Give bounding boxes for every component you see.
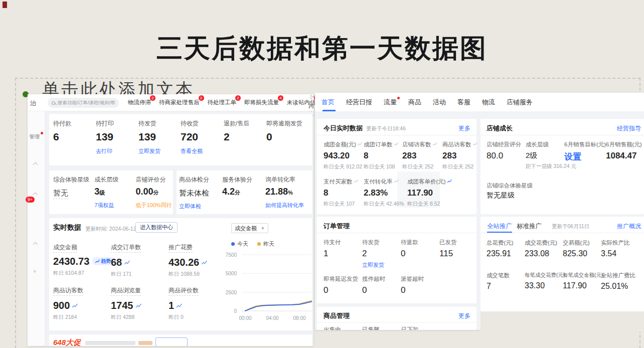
improve-conversion-link[interactable]: 如何提高转化率 <box>265 202 310 209</box>
metric-product-views: 商品浏览量 1745 昨日 4288 <box>111 285 169 321</box>
mini-trend-icon <box>354 178 359 184</box>
metric-delay-shipment: 即将延迟发货 0 <box>324 275 362 295</box>
today-row-2: 支付买家数 8 昨日全天 107 支付转化率 2.83% 昨日全天 42.46%… <box>324 178 452 208</box>
ship-now-link-r[interactable]: 立即发货 <box>362 261 401 269</box>
promo-overview-link[interactable]: 推广概况 <box>617 222 641 231</box>
menu-item-logistics-stalled[interactable]: 物流停滞2 <box>128 99 151 106</box>
legend-yesterday[interactable]: 昨天 <box>257 240 274 248</box>
chevron-down-icon: ▼ <box>261 226 265 231</box>
tab-shop-services[interactable]: 店铺服务 <box>507 93 533 111</box>
tab-traffic[interactable]: 流量 <box>384 93 397 111</box>
tab-service[interactable]: 客服 <box>457 93 470 111</box>
set-target-link[interactable]: 设置 <box>564 151 606 162</box>
orders-row-2: 即将延迟发货 0 揽件超时 0 派签超时 0 <box>324 275 439 295</box>
promo-banner-card: 648大促 <box>49 334 312 346</box>
right-dashboard-content: 今日实时数据 更新于今日18:46 更多 成团金额(元) 943.20 昨日全天… <box>315 111 644 330</box>
ship-now-link[interactable]: 立即发货 <box>138 147 181 155</box>
business-guide-link[interactable]: 经营指导 <box>617 124 641 133</box>
metric-promo-fee-ratio: 全站推广费比 25.01% <box>601 272 641 291</box>
metric-paying-buyers: 支付买家数 8 昨日全天 107 <box>324 178 364 208</box>
check-now-link[interactable]: 立即体检 <box>179 203 222 210</box>
sidebar-red-dot <box>41 132 43 134</box>
metric-transaction-amount: 交易额(元) 825.30 <box>563 239 601 258</box>
view-all-link[interactable]: 查看全额 <box>181 147 224 155</box>
topbar-home-partial: 治 <box>30 99 36 108</box>
metric-product-check: 商品体检分 暂未体检 立即体检 <box>179 176 222 210</box>
metric-group-orders: 成团订单数 8 昨日全天 108 <box>364 141 402 170</box>
metric-gmv: 成交金额 2430.73趋势 昨日 6104.87 <box>53 242 111 278</box>
search-placeholder: 搜索功能/订单/课程/规则/帮助/服务 <box>58 100 115 106</box>
metric-amount-per-deal: 每笔成交金额(元) 117.90 <box>563 272 601 291</box>
trend-icon[interactable] <box>202 256 207 267</box>
metric-product-visitors-r: 商品访客数 283 昨日全天 252 <box>442 141 480 170</box>
tab-products[interactable]: 商品 <box>408 93 421 111</box>
corner-logo-mark <box>3 2 7 8</box>
badge-count: 4 <box>278 95 283 101</box>
menu-item-pending-aftersale[interactable]: 待商家处理售后2 <box>159 99 200 106</box>
order-management-card: 订单管理 待支付 1 待发货 2 立即发货 待退款 0 <box>317 217 476 303</box>
metric-delivery-timeout: 派签超时 0 <box>401 275 439 295</box>
metric-growth-level: 成长层级 3级 7项权益 <box>94 176 135 209</box>
today-card-title: 今日实时数据 <box>324 124 363 133</box>
metric-to-ship: 待发货 139 立即发货 <box>138 119 181 155</box>
trend-icon[interactable] <box>177 299 182 310</box>
tab-logistics[interactable]: 物流 <box>482 93 495 111</box>
today-more-link[interactable]: 更多 <box>458 124 470 133</box>
data-center-button[interactable]: 进入数据中心 <box>135 222 178 233</box>
col-delisted: 已下架 <box>401 326 419 330</box>
products-card-title: 商品管理 <box>324 311 350 320</box>
metric-roi: 实际投产比 3.54 <box>601 239 641 258</box>
menu-item-traffic-loss[interactable]: 即将损失流量4 <box>244 99 279 106</box>
today-realtime-card: 今日实时数据 更新于今日18:46 更多 成团金额(元) 943.20 昨日全天… <box>317 119 476 214</box>
benefits-link[interactable]: 7项权益 <box>94 202 135 209</box>
trend-icon[interactable] <box>136 299 141 310</box>
promotion-row-1: 总花费(元) 235.91 成交花费(元) 233.08 交易额(元) 825.… <box>487 239 641 258</box>
poster-canvas: 三天后数据和第一天数据图 单击此处添加文本 治 搜索功能/订单/课程/规则/帮助… <box>0 0 644 348</box>
mini-trend-icon <box>473 141 477 147</box>
go-print-link[interactable]: 去打印 <box>96 147 138 155</box>
tab-daily-report[interactable]: 经营日报 <box>346 93 372 111</box>
trend-icon[interactable] <box>124 256 130 267</box>
todo-metrics-card: 待付款 6 待打印 139 去打印 待发货 139 立即发货 待收货 <box>49 114 312 165</box>
sidebar-item-manage[interactable]: 管理 <box>29 133 40 140</box>
tab-activities[interactable]: 活动 <box>433 93 446 111</box>
badge-count: 2 <box>199 95 204 101</box>
tab-home[interactable]: 首页 <box>321 93 335 111</box>
metric-shop-visitors: 店铺访客数 283 昨日全天 252 <box>402 141 442 170</box>
metric-shipped: 已发货 115 <box>439 239 474 269</box>
mini-trend-icon-blue <box>447 178 452 184</box>
promo-text-redacted <box>85 341 135 345</box>
products-more-link[interactable]: 更多 <box>458 312 470 320</box>
menu-item-pending-ticket[interactable]: 待处理工单2 <box>208 99 237 106</box>
search-input[interactable]: 搜索功能/订单/课程/规则/帮助/服务 <box>48 98 119 108</box>
promo-text-redacted <box>138 341 152 345</box>
poster-title: 三天后数据和第一天数据图 <box>0 31 644 66</box>
metric-spend-per-deal: 每笔成交花费(元) 33.30 <box>525 272 563 291</box>
below-peers-link[interactable]: 低于100%同行 <box>136 202 174 209</box>
promo-title: 648大促 <box>53 338 81 346</box>
x-tick: 08:00 <box>289 315 309 321</box>
legend-today[interactable]: 今天 <box>231 240 248 248</box>
chart-metric-select[interactable]: 成交金额▼ <box>231 223 268 233</box>
promo-button[interactable] <box>155 337 188 346</box>
growth-row: 店铺经营评分 80.0 成长层级 2级 距下一层级 316.24 元 6月销售目… <box>487 141 644 170</box>
chevron-up-icon[interactable] <box>33 193 38 198</box>
metric-awaiting-shipment: 待发货 2 立即发货 <box>362 239 401 269</box>
left-dashboard-content: 待付款 6 待打印 139 去打印 待发货 139 立即发货 待收货 <box>45 111 313 346</box>
today-card-updated: 更新于今日18:46 <box>366 125 406 132</box>
metric-product-visitors: 商品访客数 900 昨日 2184 <box>53 285 111 321</box>
trend-icon[interactable] <box>72 299 78 310</box>
star-level-value: 暂无星级 <box>487 191 515 200</box>
promotion-card: 全站推广 标准推广 更新于06月11日 推广概况 总花费(元) 235.91 成… <box>480 217 644 311</box>
chevron-up-icon[interactable] <box>33 242 38 247</box>
tab-standard-promo[interactable]: 标准推广 <box>517 222 542 231</box>
chevron-up-icon[interactable] <box>33 162 38 167</box>
metric-total-spend: 总花费(元) 235.91 <box>487 239 525 258</box>
trend-icon <box>95 259 100 263</box>
tab-sitewide-promo[interactable]: 全站推广 <box>487 222 512 231</box>
metric-shop-score: 店铺经营评分 80.0 <box>487 141 526 170</box>
metric-avg-order-value: 成团客单价(元) 117.90 昨日全天 8.52 <box>402 178 452 208</box>
mini-trend-icon <box>358 141 362 147</box>
metric-pending-payment: 待付款 6 <box>53 119 96 155</box>
red-dot <box>397 97 400 99</box>
